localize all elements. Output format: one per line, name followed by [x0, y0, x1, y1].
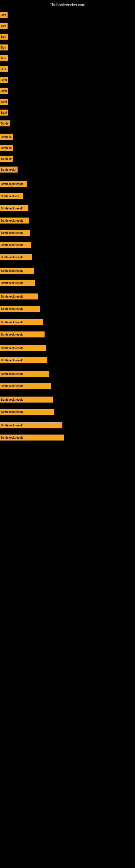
- bottleneck-label: Bottleneck result: [0, 280, 35, 286]
- bottleneck-label: Bottleneck result: [0, 205, 28, 211]
- list-item: Bott: [0, 22, 135, 29]
- bottleneck-label: Bottleneck result: [0, 319, 43, 325]
- list-item: Bottleneck result: [0, 331, 135, 338]
- list-item: Bottleneck result: [0, 217, 135, 224]
- list-item: Bottleneck result: [0, 267, 135, 274]
- list-item: Bottleneck res: [0, 193, 135, 199]
- bottleneck-label: Bottleneck result: [0, 397, 53, 403]
- list-item: Bottleneck result: [0, 279, 135, 286]
- list-item: Bottl: [0, 98, 135, 105]
- list-item: Bottleneck result: [0, 422, 135, 429]
- bottleneck-label: Bottleneck result: [0, 345, 46, 351]
- bottleneck-label: Bott: [0, 12, 8, 18]
- list-item: Bottleneck result: [0, 434, 135, 441]
- list-item: Bottlene: [0, 144, 135, 151]
- list-item: Bottleneck result: [0, 305, 135, 312]
- bottleneck-label: Bott: [0, 44, 8, 51]
- bottleneck-label: Bottleneck res: [0, 193, 23, 199]
- list-item: Bottl: [0, 109, 135, 116]
- list-item: Bottleneck result: [0, 229, 135, 236]
- list-item: Bott: [0, 44, 135, 51]
- list-item: Bott: [0, 55, 135, 62]
- list-item: Bottlene: [0, 155, 135, 162]
- bottleneck-label: Bottlene: [0, 145, 13, 151]
- list-item: Bott: [0, 11, 135, 19]
- bottleneck-label: Bottleneck result: [0, 306, 40, 312]
- bottleneck-label: Bottleneck result: [0, 435, 64, 440]
- bottleneck-label: Bottleneck result: [0, 409, 54, 415]
- bottleneck-label: Bottleneck result: [0, 268, 34, 274]
- bottleneck-label: Bottlene: [0, 134, 13, 140]
- bottleneck-label: Bottler: [0, 120, 10, 126]
- list-item: Bottl: [0, 76, 135, 84]
- bottleneck-label: Bottl: [0, 110, 8, 116]
- site-title: TheBottlenecker.com: [0, 1, 135, 8]
- bottleneck-label: Bottleneck r: [0, 166, 17, 173]
- list-item: Bottleneck result: [0, 357, 135, 364]
- bottleneck-label: Bott: [0, 23, 8, 29]
- bottleneck-label: Bott: [0, 66, 8, 72]
- bottleneck-label: Bottleneck result: [0, 422, 62, 428]
- bottleneck-label: Bottleneck result: [0, 383, 51, 389]
- bottleneck-label: Bott: [0, 55, 8, 61]
- bottleneck-label: Bottleneck result: [0, 332, 45, 337]
- bottleneck-label: Bottl: [0, 88, 8, 94]
- list-item: Bottleneck result: [0, 293, 135, 300]
- list-item: Bott: [0, 33, 135, 40]
- list-item: Bottleneck result: [0, 319, 135, 326]
- list-item: Bottler: [0, 120, 135, 127]
- bottleneck-label: Bottleneck result: [0, 230, 30, 236]
- bottleneck-label: Bottlene: [0, 156, 13, 162]
- list-item: Bottleneck r: [0, 166, 135, 173]
- list-item: Bott: [0, 66, 135, 73]
- bottleneck-label: Bottl: [0, 77, 8, 83]
- list-item: Bottleneck result: [0, 382, 135, 390]
- bottleneck-label: Bott: [0, 34, 8, 40]
- list-item: Bottleneck result: [0, 370, 135, 377]
- list-item: Bottlene: [0, 133, 135, 141]
- list-item: Bottl: [0, 87, 135, 94]
- bottleneck-label: Bottleneck result: [0, 293, 38, 300]
- list-item: Bottleneck result: [0, 205, 135, 212]
- bottleneck-label: Bottleneck result: [0, 371, 49, 377]
- list-item: Bottleneck result: [0, 241, 135, 248]
- bottleneck-label: Bottleneck result: [0, 357, 47, 363]
- bottleneck-label: Bottleneck result: [0, 254, 32, 260]
- list-item: Bottleneck result: [0, 254, 135, 261]
- list-item: Bottleneck result: [0, 344, 135, 351]
- bottleneck-label: Bottl: [0, 99, 8, 105]
- list-item: Bottleneck result: [0, 180, 135, 187]
- list-item: Bottleneck result: [0, 396, 135, 403]
- bottleneck-label: Bottleneck result: [0, 218, 29, 223]
- bottleneck-label: Bottleneck result: [0, 242, 31, 248]
- bottleneck-label: Bottleneck result: [0, 181, 27, 187]
- list-item: Bottleneck result: [0, 408, 135, 415]
